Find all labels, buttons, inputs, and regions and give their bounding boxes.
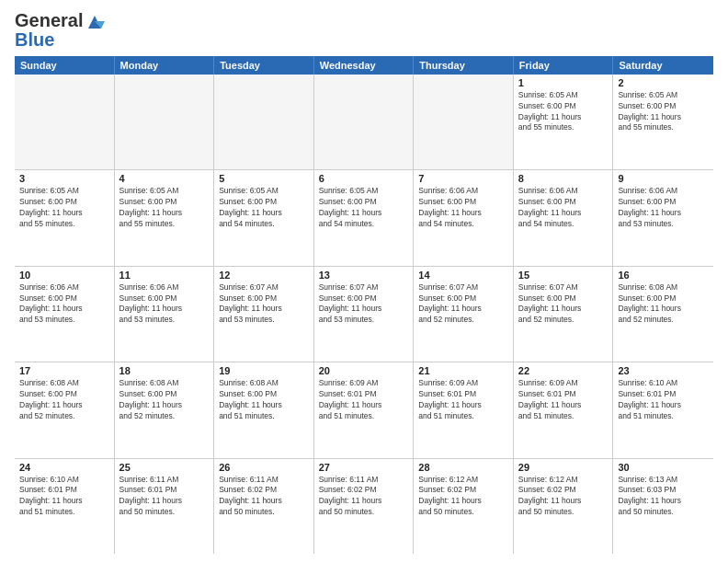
cal-cell: 3Sunrise: 6:05 AM Sunset: 6:00 PM Daylig… [15, 170, 115, 265]
day-number: 24 [19, 462, 109, 473]
cell-detail: Sunrise: 6:09 AM Sunset: 6:01 PM Dayligh… [418, 378, 508, 422]
week-row-1: 3Sunrise: 6:05 AM Sunset: 6:00 PM Daylig… [15, 170, 713, 266]
day-number: 15 [518, 270, 609, 281]
day-number: 11 [119, 270, 210, 281]
cal-cell [314, 75, 415, 169]
cal-cell: 1Sunrise: 6:05 AM Sunset: 6:00 PM Daylig… [514, 75, 614, 169]
cell-detail: Sunrise: 6:11 AM Sunset: 6:02 PM Dayligh… [319, 475, 409, 519]
cal-cell: 21Sunrise: 6:09 AM Sunset: 6:01 PM Dayli… [414, 362, 514, 457]
day-number: 23 [618, 365, 709, 376]
day-number: 30 [618, 462, 709, 473]
day-number: 1 [518, 77, 609, 88]
cell-detail: Sunrise: 6:12 AM Sunset: 6:02 PM Dayligh… [418, 475, 508, 519]
cal-cell: 12Sunrise: 6:07 AM Sunset: 6:00 PM Dayli… [214, 267, 314, 362]
day-number: 18 [119, 365, 210, 376]
cell-detail: Sunrise: 6:05 AM Sunset: 6:00 PM Dayligh… [319, 186, 409, 230]
cell-detail: Sunrise: 6:06 AM Sunset: 6:00 PM Dayligh… [418, 186, 508, 230]
cal-cell: 22Sunrise: 6:09 AM Sunset: 6:01 PM Dayli… [514, 362, 614, 457]
cal-cell: 26Sunrise: 6:11 AM Sunset: 6:02 PM Dayli… [214, 459, 314, 554]
cal-cell: 9Sunrise: 6:06 AM Sunset: 6:00 PM Daylig… [613, 170, 713, 265]
week-row-3: 17Sunrise: 6:08 AM Sunset: 6:00 PM Dayli… [15, 362, 713, 458]
calendar: SundayMondayTuesdayWednesdayThursdayFrid… [15, 56, 713, 554]
cal-cell: 17Sunrise: 6:08 AM Sunset: 6:00 PM Dayli… [15, 362, 115, 457]
cell-detail: Sunrise: 6:08 AM Sunset: 6:00 PM Dayligh… [618, 282, 709, 327]
day-number: 14 [418, 270, 508, 281]
logo: General Blue [15, 11, 105, 49]
cal-cell: 7Sunrise: 6:06 AM Sunset: 6:00 PM Daylig… [414, 170, 514, 265]
calendar-header: SundayMondayTuesdayWednesdayThursdayFrid… [15, 56, 713, 75]
cell-detail: Sunrise: 6:08 AM Sunset: 6:00 PM Dayligh… [19, 378, 109, 422]
cell-detail: Sunrise: 6:06 AM Sunset: 6:00 PM Dayligh… [518, 186, 609, 230]
cal-cell: 28Sunrise: 6:12 AM Sunset: 6:02 PM Dayli… [414, 459, 514, 554]
cal-cell [214, 75, 314, 169]
cell-detail: Sunrise: 6:05 AM Sunset: 6:00 PM Dayligh… [518, 90, 609, 134]
cal-cell [414, 75, 514, 169]
cal-cell: 30Sunrise: 6:13 AM Sunset: 6:03 PM Dayli… [613, 459, 713, 554]
cell-detail: Sunrise: 6:08 AM Sunset: 6:00 PM Dayligh… [219, 378, 309, 422]
cal-cell: 14Sunrise: 6:07 AM Sunset: 6:00 PM Dayli… [414, 267, 514, 362]
day-number: 26 [219, 462, 309, 473]
cell-detail: Sunrise: 6:10 AM Sunset: 6:01 PM Dayligh… [618, 378, 709, 422]
day-number: 19 [219, 365, 309, 376]
cell-detail: Sunrise: 6:06 AM Sunset: 6:00 PM Dayligh… [19, 282, 109, 327]
header-day-monday: Monday [115, 56, 215, 75]
page: General Blue SundayMondayTuesdayWednesda… [0, 0, 728, 563]
cal-cell [15, 75, 115, 169]
cell-detail: Sunrise: 6:10 AM Sunset: 6:01 PM Dayligh… [19, 475, 109, 519]
cell-detail: Sunrise: 6:09 AM Sunset: 6:01 PM Dayligh… [518, 378, 609, 422]
cell-detail: Sunrise: 6:08 AM Sunset: 6:00 PM Dayligh… [119, 378, 210, 422]
cell-detail: Sunrise: 6:07 AM Sunset: 6:00 PM Dayligh… [319, 282, 409, 327]
cal-cell: 6Sunrise: 6:05 AM Sunset: 6:00 PM Daylig… [314, 170, 415, 265]
week-row-0: 1Sunrise: 6:05 AM Sunset: 6:00 PM Daylig… [15, 75, 713, 170]
day-number: 5 [219, 173, 309, 184]
cal-cell: 23Sunrise: 6:10 AM Sunset: 6:01 PM Dayli… [613, 362, 713, 457]
cell-detail: Sunrise: 6:06 AM Sunset: 6:00 PM Dayligh… [119, 282, 210, 327]
cell-detail: Sunrise: 6:09 AM Sunset: 6:01 PM Dayligh… [319, 378, 409, 422]
cell-detail: Sunrise: 6:11 AM Sunset: 6:01 PM Dayligh… [119, 475, 210, 519]
cal-cell: 8Sunrise: 6:06 AM Sunset: 6:00 PM Daylig… [514, 170, 614, 265]
day-number: 10 [19, 270, 109, 281]
cal-cell: 27Sunrise: 6:11 AM Sunset: 6:02 PM Dayli… [314, 459, 415, 554]
cal-cell: 16Sunrise: 6:08 AM Sunset: 6:00 PM Dayli… [613, 267, 713, 362]
cal-cell: 11Sunrise: 6:06 AM Sunset: 6:00 PM Dayli… [115, 267, 215, 362]
cell-detail: Sunrise: 6:05 AM Sunset: 6:00 PM Dayligh… [219, 186, 309, 230]
header-day-thursday: Thursday [414, 56, 514, 75]
cal-cell: 15Sunrise: 6:07 AM Sunset: 6:00 PM Dayli… [514, 267, 614, 362]
day-number: 20 [319, 365, 409, 376]
header-day-friday: Friday [514, 56, 614, 75]
logo-icon [85, 12, 105, 32]
cell-detail: Sunrise: 6:05 AM Sunset: 6:00 PM Dayligh… [119, 186, 210, 230]
cal-cell: 29Sunrise: 6:12 AM Sunset: 6:02 PM Dayli… [514, 459, 614, 554]
day-number: 4 [119, 173, 210, 184]
day-number: 2 [618, 77, 709, 88]
calendar-body: 1Sunrise: 6:05 AM Sunset: 6:00 PM Daylig… [15, 75, 713, 554]
cal-cell: 13Sunrise: 6:07 AM Sunset: 6:00 PM Dayli… [314, 267, 415, 362]
header-day-tuesday: Tuesday [214, 56, 314, 75]
day-number: 6 [319, 173, 409, 184]
cell-detail: Sunrise: 6:07 AM Sunset: 6:00 PM Dayligh… [418, 282, 508, 327]
cell-detail: Sunrise: 6:11 AM Sunset: 6:02 PM Dayligh… [219, 475, 309, 519]
cal-cell: 5Sunrise: 6:05 AM Sunset: 6:00 PM Daylig… [214, 170, 314, 265]
cell-detail: Sunrise: 6:12 AM Sunset: 6:02 PM Dayligh… [518, 475, 609, 519]
day-number: 8 [518, 173, 609, 184]
cell-detail: Sunrise: 6:07 AM Sunset: 6:00 PM Dayligh… [219, 282, 309, 327]
cal-cell: 25Sunrise: 6:11 AM Sunset: 6:01 PM Dayli… [115, 459, 215, 554]
cal-cell: 24Sunrise: 6:10 AM Sunset: 6:01 PM Dayli… [15, 459, 115, 554]
header-day-wednesday: Wednesday [314, 56, 415, 75]
cal-cell: 2Sunrise: 6:05 AM Sunset: 6:00 PM Daylig… [613, 75, 713, 169]
day-number: 17 [19, 365, 109, 376]
logo-blue: Blue [15, 30, 105, 49]
day-number: 25 [119, 462, 210, 473]
day-number: 12 [219, 270, 309, 281]
header: General Blue [15, 11, 713, 49]
header-day-sunday: Sunday [15, 56, 115, 75]
day-number: 9 [618, 173, 709, 184]
cal-cell: 20Sunrise: 6:09 AM Sunset: 6:01 PM Dayli… [314, 362, 415, 457]
cal-cell: 18Sunrise: 6:08 AM Sunset: 6:00 PM Dayli… [115, 362, 215, 457]
cell-detail: Sunrise: 6:07 AM Sunset: 6:00 PM Dayligh… [518, 282, 609, 327]
header-day-saturday: Saturday [613, 56, 713, 75]
cal-cell: 4Sunrise: 6:05 AM Sunset: 6:00 PM Daylig… [115, 170, 215, 265]
day-number: 3 [19, 173, 109, 184]
cell-detail: Sunrise: 6:05 AM Sunset: 6:00 PM Dayligh… [19, 186, 109, 230]
cal-cell: 10Sunrise: 6:06 AM Sunset: 6:00 PM Dayli… [15, 267, 115, 362]
